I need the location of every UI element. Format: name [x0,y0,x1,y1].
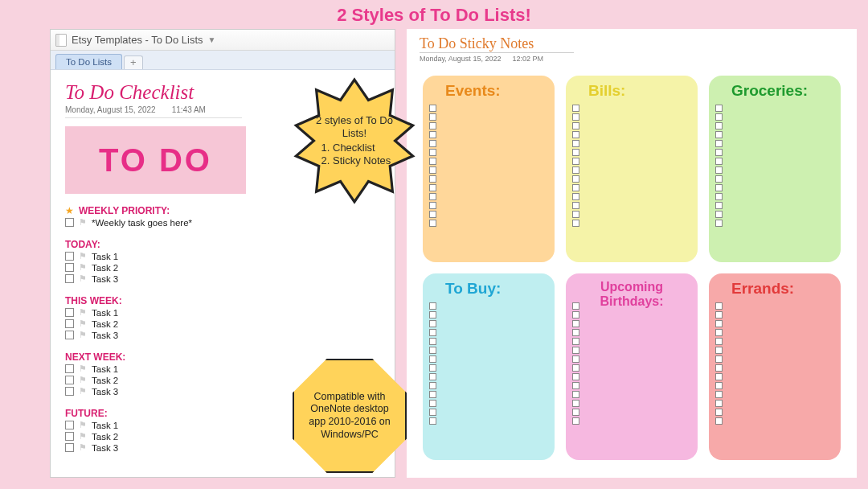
flag-icon[interactable]: ⚑ [79,307,87,318]
task-text[interactable]: Task 3 [92,387,118,397]
sticky-to-buy[interactable]: To Buy: [423,273,555,460]
checkbox-icon[interactable] [572,320,579,327]
checkbox-icon[interactable] [429,122,436,129]
flag-icon[interactable]: ⚑ [79,420,87,430]
checkbox-icon[interactable] [715,158,723,165]
checkbox-icon[interactable] [429,166,436,174]
task-text[interactable]: Task 2 [92,376,118,385]
checkbox-icon[interactable] [65,364,74,373]
checkbox-icon[interactable] [429,364,436,372]
flag-icon[interactable]: ⚑ [79,273,87,284]
checkbox-icon[interactable] [429,175,436,183]
flag-icon[interactable]: ⚑ [79,330,87,340]
tab-todo-lists[interactable]: To Do Lists [55,54,122,69]
checkbox-icon[interactable] [715,355,723,363]
checkbox-icon[interactable] [65,263,74,272]
task-text[interactable]: Task 3 [92,274,118,284]
task-text[interactable]: Task 3 [92,331,118,340]
checkbox-icon[interactable] [65,308,74,317]
checkbox-icon[interactable] [715,131,723,138]
checkbox-icon[interactable] [65,443,74,452]
flag-icon[interactable]: ⚑ [79,318,87,329]
checkbox-icon[interactable] [65,387,74,396]
task-text[interactable]: Task 2 [92,319,118,329]
checkbox-icon[interactable] [429,193,436,200]
checkbox-icon[interactable] [429,113,436,121]
checkbox-icon[interactable] [572,338,579,345]
sticky-birthdays[interactable]: Upcoming Birthdays: [566,273,698,460]
checkbox-icon[interactable] [65,432,74,441]
checkbox-icon[interactable] [715,122,723,129]
checkbox-icon[interactable] [65,218,74,227]
checkbox-icon[interactable] [429,140,436,147]
checkbox-icon[interactable] [572,347,579,354]
checkbox-icon[interactable] [572,391,579,398]
checkbox-icon[interactable] [715,175,723,183]
flag-icon[interactable]: ⚑ [79,262,87,273]
checkbox-icon[interactable] [429,347,436,354]
task-text[interactable]: Task 1 [92,421,118,430]
checkbox-icon[interactable] [429,391,436,398]
task-text[interactable]: Task 1 [92,252,118,261]
notebook-title[interactable]: Etsy Templates - To Do Lists [72,34,203,46]
task-text[interactable]: Task 2 [92,263,118,273]
task-text[interactable]: Task 3 [92,443,118,453]
checkbox-icon[interactable] [715,391,723,398]
chevron-down-icon[interactable]: ▼ [208,35,216,44]
checkbox-icon[interactable] [572,113,579,121]
checkbox-icon[interactable] [429,338,436,345]
checkbox-icon[interactable] [65,421,74,429]
sticky-events[interactable]: Events: [423,76,555,262]
checkbox-icon[interactable] [429,382,436,389]
checkbox-icon[interactable] [572,355,579,363]
flag-icon[interactable]: ⚑ [79,375,87,385]
checkbox-icon[interactable] [429,400,436,407]
checkbox-icon[interactable] [572,302,579,310]
task-text[interactable]: Task 1 [92,364,118,374]
checkbox-icon[interactable] [65,274,74,283]
checkbox-icon[interactable] [429,149,436,156]
checkbox-icon[interactable] [572,131,579,138]
checkbox-icon[interactable] [715,417,723,425]
checkbox-icon[interactable] [429,131,436,138]
task-text[interactable]: Task 2 [92,432,118,442]
task-text[interactable]: *Weekly task goes here* [92,218,192,228]
checkbox-icon[interactable] [429,211,436,218]
checkbox-icon[interactable] [429,329,436,336]
checkbox-icon[interactable] [715,149,723,156]
checkbox-icon[interactable] [715,166,723,174]
checkbox-icon[interactable] [715,364,723,372]
checkbox-icon[interactable] [572,382,579,389]
checkbox-icon[interactable] [429,184,436,191]
checkbox-icon[interactable] [572,166,579,174]
checkbox-icon[interactable] [715,400,723,407]
checkbox-icon[interactable] [715,220,723,227]
checkbox-icon[interactable] [572,409,579,416]
checkbox-icon[interactable] [715,193,723,200]
checkbox-icon[interactable] [429,373,436,380]
checkbox-icon[interactable] [429,417,436,425]
task-text[interactable]: Task 1 [92,308,118,318]
checkbox-icon[interactable] [429,355,436,363]
flag-icon[interactable]: ⚑ [79,431,87,442]
flag-icon[interactable]: ⚑ [79,364,87,374]
checkbox-icon[interactable] [429,220,436,227]
checkbox-icon[interactable] [715,382,723,389]
checkbox-icon[interactable] [572,122,579,129]
flag-icon[interactable]: ⚑ [79,217,87,228]
checkbox-icon[interactable] [572,140,579,147]
checkbox-icon[interactable] [715,338,723,345]
checkbox-icon[interactable] [715,105,723,112]
checkbox-icon[interactable] [429,311,436,318]
checkbox-icon[interactable] [715,140,723,147]
checkbox-icon[interactable] [715,329,723,336]
checkbox-icon[interactable] [715,113,723,121]
checkbox-icon[interactable] [429,202,436,209]
checkbox-icon[interactable] [572,311,579,318]
checkbox-icon[interactable] [715,311,723,318]
checkbox-icon[interactable] [429,158,436,165]
checkbox-icon[interactable] [715,320,723,327]
checkbox-icon[interactable] [572,211,579,218]
checkbox-icon[interactable] [429,409,436,416]
checkbox-icon[interactable] [429,105,436,112]
